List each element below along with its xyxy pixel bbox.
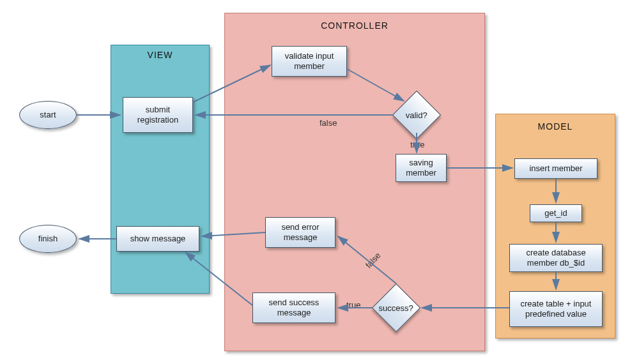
- label-false-valid: false: [320, 118, 337, 128]
- node-send-success: send success message: [252, 292, 335, 323]
- node-show-message: show message: [116, 226, 199, 252]
- node-start: start: [19, 101, 77, 129]
- node-saving-member: saving member: [396, 154, 447, 182]
- container-view-title: VIEW: [111, 50, 210, 60]
- node-create-db: create database member db_$id: [509, 244, 603, 272]
- container-view: [111, 45, 210, 294]
- node-validate-input: validate input member: [272, 46, 347, 77]
- label-true-valid: true: [410, 140, 424, 149]
- node-valid-label: valid?: [406, 110, 427, 120]
- label-true-success: true: [346, 300, 360, 310]
- container-model-title: MODEL: [495, 121, 615, 132]
- node-insert-member: insert member: [514, 158, 597, 179]
- node-finish: finish: [19, 225, 77, 253]
- node-success-label: success?: [379, 303, 413, 313]
- node-send-error: send error message: [265, 217, 335, 248]
- node-get-id: get_id: [530, 204, 582, 222]
- node-submit-registration: submit registration: [123, 97, 193, 133]
- container-controller-title: CONTROLLER: [224, 20, 485, 31]
- node-create-table: create table + input predefined value: [509, 291, 603, 327]
